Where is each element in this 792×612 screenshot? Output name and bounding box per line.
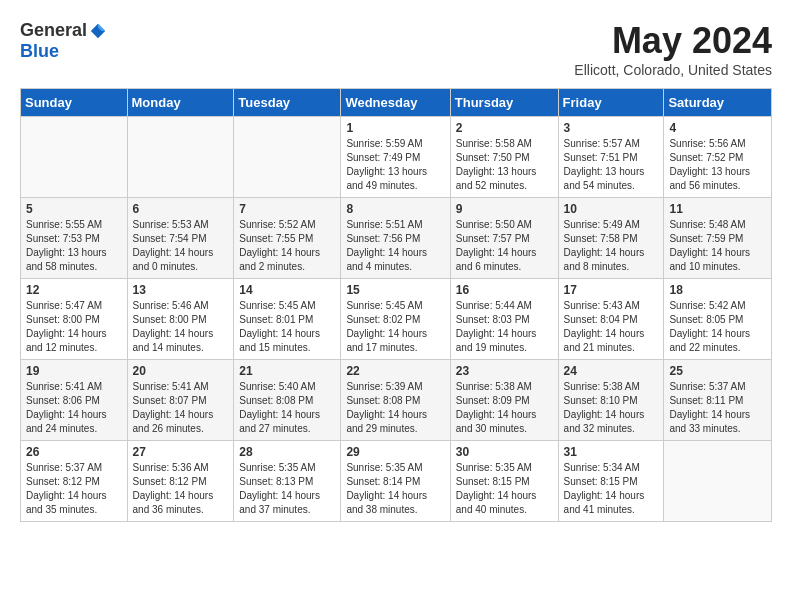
cell-content: Sunrise: 5:45 AM Sunset: 8:02 PM Dayligh… [346, 299, 444, 355]
day-number: 13 [133, 283, 229, 297]
cell-content: Sunrise: 5:35 AM Sunset: 8:15 PM Dayligh… [456, 461, 553, 517]
cell-content: Sunrise: 5:39 AM Sunset: 8:08 PM Dayligh… [346, 380, 444, 436]
logo-icon [89, 22, 107, 40]
day-number: 7 [239, 202, 335, 216]
day-number: 17 [564, 283, 659, 297]
calendar-cell: 15Sunrise: 5:45 AM Sunset: 8:02 PM Dayli… [341, 279, 450, 360]
calendar-cell: 14Sunrise: 5:45 AM Sunset: 8:01 PM Dayli… [234, 279, 341, 360]
calendar-cell: 24Sunrise: 5:38 AM Sunset: 8:10 PM Dayli… [558, 360, 664, 441]
day-number: 2 [456, 121, 553, 135]
day-number: 21 [239, 364, 335, 378]
cell-content: Sunrise: 5:53 AM Sunset: 7:54 PM Dayligh… [133, 218, 229, 274]
cell-content: Sunrise: 5:34 AM Sunset: 8:15 PM Dayligh… [564, 461, 659, 517]
calendar-cell: 22Sunrise: 5:39 AM Sunset: 8:08 PM Dayli… [341, 360, 450, 441]
calendar-cell: 7Sunrise: 5:52 AM Sunset: 7:55 PM Daylig… [234, 198, 341, 279]
day-number: 24 [564, 364, 659, 378]
calendar-cell: 29Sunrise: 5:35 AM Sunset: 8:14 PM Dayli… [341, 441, 450, 522]
day-number: 11 [669, 202, 766, 216]
cell-content: Sunrise: 5:43 AM Sunset: 8:04 PM Dayligh… [564, 299, 659, 355]
day-number: 12 [26, 283, 122, 297]
cell-content: Sunrise: 5:38 AM Sunset: 8:09 PM Dayligh… [456, 380, 553, 436]
calendar-cell: 1Sunrise: 5:59 AM Sunset: 7:49 PM Daylig… [341, 117, 450, 198]
day-number: 5 [26, 202, 122, 216]
calendar-week-row: 26Sunrise: 5:37 AM Sunset: 8:12 PM Dayli… [21, 441, 772, 522]
cell-content: Sunrise: 5:59 AM Sunset: 7:49 PM Dayligh… [346, 137, 444, 193]
cell-content: Sunrise: 5:55 AM Sunset: 7:53 PM Dayligh… [26, 218, 122, 274]
calendar-cell: 11Sunrise: 5:48 AM Sunset: 7:59 PM Dayli… [664, 198, 772, 279]
day-number: 15 [346, 283, 444, 297]
day-number: 16 [456, 283, 553, 297]
calendar-week-row: 5Sunrise: 5:55 AM Sunset: 7:53 PM Daylig… [21, 198, 772, 279]
calendar-cell: 3Sunrise: 5:57 AM Sunset: 7:51 PM Daylig… [558, 117, 664, 198]
day-header-friday: Friday [558, 89, 664, 117]
day-number: 18 [669, 283, 766, 297]
day-number: 3 [564, 121, 659, 135]
calendar-cell: 6Sunrise: 5:53 AM Sunset: 7:54 PM Daylig… [127, 198, 234, 279]
logo: General Blue [20, 20, 107, 62]
day-number: 4 [669, 121, 766, 135]
day-number: 29 [346, 445, 444, 459]
cell-content: Sunrise: 5:42 AM Sunset: 8:05 PM Dayligh… [669, 299, 766, 355]
calendar-cell: 28Sunrise: 5:35 AM Sunset: 8:13 PM Dayli… [234, 441, 341, 522]
day-number: 23 [456, 364, 553, 378]
calendar-cell: 19Sunrise: 5:41 AM Sunset: 8:06 PM Dayli… [21, 360, 128, 441]
calendar-cell: 31Sunrise: 5:34 AM Sunset: 8:15 PM Dayli… [558, 441, 664, 522]
cell-content: Sunrise: 5:35 AM Sunset: 8:13 PM Dayligh… [239, 461, 335, 517]
cell-content: Sunrise: 5:45 AM Sunset: 8:01 PM Dayligh… [239, 299, 335, 355]
cell-content: Sunrise: 5:41 AM Sunset: 8:07 PM Dayligh… [133, 380, 229, 436]
calendar-cell: 25Sunrise: 5:37 AM Sunset: 8:11 PM Dayli… [664, 360, 772, 441]
logo-blue: Blue [20, 41, 59, 62]
day-number: 25 [669, 364, 766, 378]
calendar-cell: 12Sunrise: 5:47 AM Sunset: 8:00 PM Dayli… [21, 279, 128, 360]
day-number: 10 [564, 202, 659, 216]
calendar-cell: 4Sunrise: 5:56 AM Sunset: 7:52 PM Daylig… [664, 117, 772, 198]
calendar-week-row: 19Sunrise: 5:41 AM Sunset: 8:06 PM Dayli… [21, 360, 772, 441]
day-number: 6 [133, 202, 229, 216]
day-number: 22 [346, 364, 444, 378]
cell-content: Sunrise: 5:46 AM Sunset: 8:00 PM Dayligh… [133, 299, 229, 355]
calendar-cell [664, 441, 772, 522]
day-number: 27 [133, 445, 229, 459]
calendar-cell: 8Sunrise: 5:51 AM Sunset: 7:56 PM Daylig… [341, 198, 450, 279]
calendar-cell: 5Sunrise: 5:55 AM Sunset: 7:53 PM Daylig… [21, 198, 128, 279]
calendar-cell: 27Sunrise: 5:36 AM Sunset: 8:12 PM Dayli… [127, 441, 234, 522]
title-block: May 2024 Ellicott, Colorado, United Stat… [574, 20, 772, 78]
day-number: 19 [26, 364, 122, 378]
cell-content: Sunrise: 5:37 AM Sunset: 8:12 PM Dayligh… [26, 461, 122, 517]
day-header-tuesday: Tuesday [234, 89, 341, 117]
calendar-cell [21, 117, 128, 198]
day-header-saturday: Saturday [664, 89, 772, 117]
calendar-cell: 30Sunrise: 5:35 AM Sunset: 8:15 PM Dayli… [450, 441, 558, 522]
cell-content: Sunrise: 5:37 AM Sunset: 8:11 PM Dayligh… [669, 380, 766, 436]
calendar-cell: 20Sunrise: 5:41 AM Sunset: 8:07 PM Dayli… [127, 360, 234, 441]
cell-content: Sunrise: 5:49 AM Sunset: 7:58 PM Dayligh… [564, 218, 659, 274]
calendar-cell: 23Sunrise: 5:38 AM Sunset: 8:09 PM Dayli… [450, 360, 558, 441]
day-number: 28 [239, 445, 335, 459]
day-header-thursday: Thursday [450, 89, 558, 117]
calendar-cell: 16Sunrise: 5:44 AM Sunset: 8:03 PM Dayli… [450, 279, 558, 360]
day-header-wednesday: Wednesday [341, 89, 450, 117]
day-number: 9 [456, 202, 553, 216]
calendar-week-row: 1Sunrise: 5:59 AM Sunset: 7:49 PM Daylig… [21, 117, 772, 198]
day-header-monday: Monday [127, 89, 234, 117]
calendar-cell: 17Sunrise: 5:43 AM Sunset: 8:04 PM Dayli… [558, 279, 664, 360]
cell-content: Sunrise: 5:47 AM Sunset: 8:00 PM Dayligh… [26, 299, 122, 355]
cell-content: Sunrise: 5:36 AM Sunset: 8:12 PM Dayligh… [133, 461, 229, 517]
cell-content: Sunrise: 5:56 AM Sunset: 7:52 PM Dayligh… [669, 137, 766, 193]
calendar-table: SundayMondayTuesdayWednesdayThursdayFrid… [20, 88, 772, 522]
calendar-cell: 2Sunrise: 5:58 AM Sunset: 7:50 PM Daylig… [450, 117, 558, 198]
cell-content: Sunrise: 5:35 AM Sunset: 8:14 PM Dayligh… [346, 461, 444, 517]
calendar-cell [127, 117, 234, 198]
calendar-cell: 18Sunrise: 5:42 AM Sunset: 8:05 PM Dayli… [664, 279, 772, 360]
calendar-week-row: 12Sunrise: 5:47 AM Sunset: 8:00 PM Dayli… [21, 279, 772, 360]
month-title: May 2024 [574, 20, 772, 62]
day-number: 20 [133, 364, 229, 378]
cell-content: Sunrise: 5:57 AM Sunset: 7:51 PM Dayligh… [564, 137, 659, 193]
cell-content: Sunrise: 5:44 AM Sunset: 8:03 PM Dayligh… [456, 299, 553, 355]
day-number: 31 [564, 445, 659, 459]
cell-content: Sunrise: 5:52 AM Sunset: 7:55 PM Dayligh… [239, 218, 335, 274]
day-number: 8 [346, 202, 444, 216]
day-number: 14 [239, 283, 335, 297]
cell-content: Sunrise: 5:58 AM Sunset: 7:50 PM Dayligh… [456, 137, 553, 193]
calendar-cell: 21Sunrise: 5:40 AM Sunset: 8:08 PM Dayli… [234, 360, 341, 441]
